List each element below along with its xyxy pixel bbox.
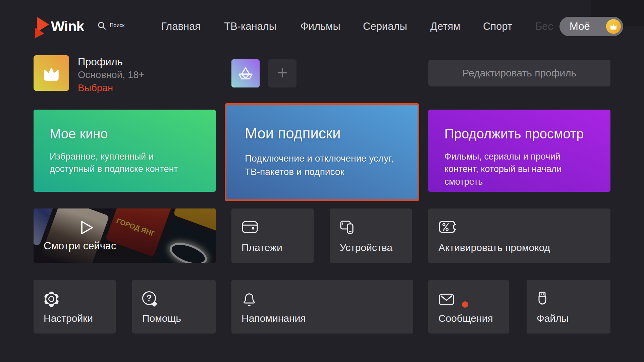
nav-item-kids[interactable]: Детям xyxy=(430,20,461,33)
tile-label: Помощь xyxy=(142,313,181,324)
tile-payments[interactable]: Платежи xyxy=(231,208,314,263)
card-my-subscriptions-selected[interactable]: Мои подписки Подключение и отключение ус… xyxy=(225,103,419,201)
mail-icon xyxy=(438,291,459,307)
profile-title: Профиль xyxy=(78,56,123,68)
card-my-movies[interactable]: Мое кино Избранное, купленный и доступны… xyxy=(34,110,216,192)
tile-settings[interactable]: Настройки xyxy=(34,280,116,334)
play-icon xyxy=(79,220,94,236)
card-title: Мои подписки xyxy=(245,125,418,142)
unread-badge xyxy=(461,300,470,309)
profile-status-selected: Выбран xyxy=(78,82,113,94)
crown-icon xyxy=(41,64,62,82)
nav-pill-my[interactable]: Моё xyxy=(559,17,623,36)
premium-crown-badge xyxy=(606,19,621,34)
gear-icon xyxy=(44,291,59,307)
tile-label: Настройки xyxy=(44,313,93,324)
card-title: Продолжить просмотр xyxy=(444,126,610,141)
profile-subtitle: Основной, 18+ xyxy=(78,69,144,80)
watch-now-label: Смотри сейчас xyxy=(44,240,116,252)
tile-activate-promocode[interactable]: Активировать промокод xyxy=(428,208,610,263)
card-subtitle: Избранное, купленный и доступный в подпи… xyxy=(50,150,200,176)
secondary-profile-avatar[interactable] xyxy=(231,59,260,87)
help-icon: ? xyxy=(142,291,158,307)
tile-label: Устройства xyxy=(340,242,392,253)
card-subtitle: Фильмы, сериалы и прочий контент, которы… xyxy=(444,150,594,188)
usb-drive-icon xyxy=(537,291,548,307)
tile-label: Платежи xyxy=(241,242,282,253)
crown-icon xyxy=(609,23,618,30)
tile-reminders[interactable]: Напоминания xyxy=(231,280,413,334)
add-profile-button[interactable]: + xyxy=(268,59,297,87)
nav-pill-my-label: Моё xyxy=(570,20,590,33)
nav-item-search[interactable]: Поиск xyxy=(97,20,124,30)
question-glyph: ? xyxy=(147,293,152,303)
ticket-percent-icon xyxy=(438,220,456,234)
card-continue-watching[interactable]: Продолжить просмотр Фильмы, сериалы и пр… xyxy=(428,110,610,192)
wink-logo-text[interactable]: Wink xyxy=(51,18,84,35)
card-subtitle: Подключение и отключение услуг, ТВ-пакет… xyxy=(245,152,401,179)
tile-help[interactable]: ? Помощь xyxy=(132,280,216,334)
edit-profile-label: Редактировать профиль xyxy=(463,67,577,79)
card-title: Мое кино xyxy=(50,126,216,141)
profile-avatar[interactable] xyxy=(34,55,69,91)
dark-overlay xyxy=(34,208,216,263)
wink-profile-screen: Wink Поиск Главная ТВ-каналы Фильмы Сери… xyxy=(0,0,644,362)
nav-search-label: Поиск xyxy=(110,22,124,28)
tile-watch-now[interactable]: ГОРОД ЯНГ РЭЙ ДОНОВАН РАЗО Смотри сейчас xyxy=(34,208,216,263)
bell-icon xyxy=(241,291,257,307)
wink-logo-icon[interactable] xyxy=(34,16,51,39)
wallet-icon xyxy=(241,220,258,235)
tile-label: Файлы xyxy=(537,313,569,324)
nav-item-movies[interactable]: Фильмы xyxy=(301,20,340,33)
tile-messages[interactable]: Сообщения xyxy=(428,280,509,334)
tile-label: Сообщения xyxy=(438,313,493,324)
nav-item-home[interactable]: Главная xyxy=(161,20,201,33)
tile-devices[interactable]: Устройства xyxy=(330,208,412,263)
nav-item-truncated[interactable]: Бес xyxy=(535,20,553,33)
tile-files[interactable]: Файлы xyxy=(527,280,610,334)
tile-label: Активировать промокод xyxy=(438,242,550,253)
plus-icon: + xyxy=(277,63,288,82)
tile-label: Напоминания xyxy=(241,313,306,324)
nav-item-series[interactable]: Сериалы xyxy=(363,20,407,33)
nav-item-tv-channels[interactable]: ТВ-каналы xyxy=(224,20,276,33)
edit-profile-button[interactable]: Редактировать профиль xyxy=(428,60,610,86)
nav-item-sport[interactable]: Спорт xyxy=(483,20,512,33)
devices-icon xyxy=(340,220,355,235)
paper-boat-icon xyxy=(235,63,256,84)
search-icon xyxy=(97,21,106,30)
